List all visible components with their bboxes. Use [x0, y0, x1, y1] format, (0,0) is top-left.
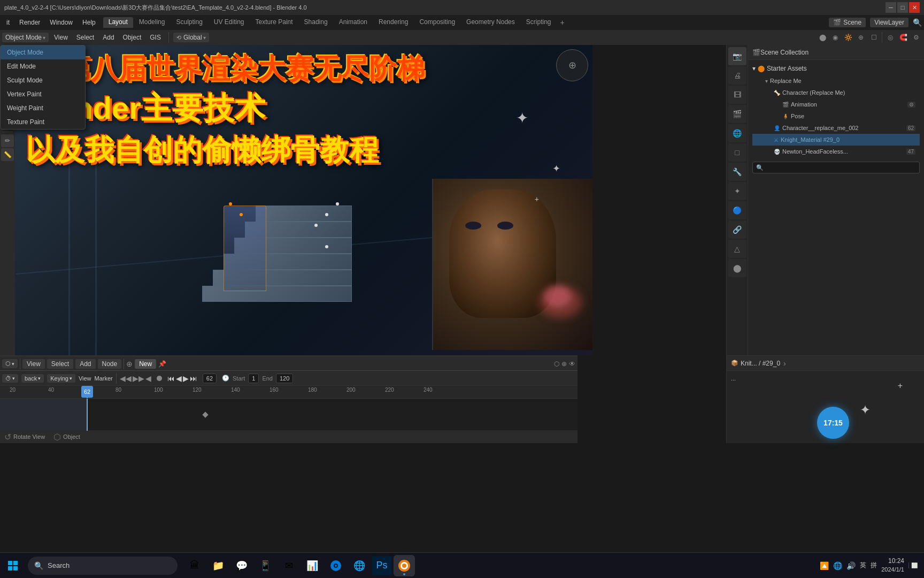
viewport-shading-rendered[interactable]: 🔆: [842, 32, 854, 43]
viewport-shading-solid[interactable]: ⬤: [817, 32, 828, 43]
tray-up-arrow[interactable]: 🔼: [820, 561, 829, 570]
prop-data[interactable]: △: [728, 240, 746, 258]
add-tab-button[interactable]: +: [557, 17, 567, 28]
menu-help[interactable]: Help: [78, 18, 100, 27]
mode-option-vertex-paint[interactable]: Vertex Paint: [1, 87, 85, 101]
mode-option-sculpt[interactable]: Sculpt Mode: [1, 73, 85, 87]
tab-layout[interactable]: Layout: [103, 17, 133, 28]
tree-item-newton[interactable]: 💀 Newton_HeadFaceless... 47: [752, 146, 920, 157]
toolbar-gis[interactable]: GIS: [147, 33, 164, 42]
start-frame-input[interactable]: 1: [248, 374, 259, 383]
system-clock[interactable]: 10:24 2024/1/1: [881, 557, 904, 574]
tray-show-desktop[interactable]: ⬜: [908, 562, 918, 568]
breadcrumb-arrow[interactable]: ›: [783, 359, 786, 368]
nav-prev-key-icon[interactable]: ◀: [145, 374, 151, 383]
scene-selector[interactable]: 🎬 Scene: [829, 18, 866, 27]
tool-annotate[interactable]: ✏: [1, 134, 14, 147]
taskbar-ps[interactable]: Ps: [372, 556, 391, 575]
timeline-view-menu[interactable]: View: [79, 375, 91, 382]
prop-object[interactable]: □: [728, 143, 746, 162]
tray-lang-zh[interactable]: 拼: [871, 561, 877, 570]
prop-render[interactable]: 📷: [728, 47, 746, 65]
timeline-marker-menu[interactable]: Marker: [95, 375, 113, 382]
play-back-icon[interactable]: ◀: [176, 374, 182, 383]
tree-item-character[interactable]: 🦴 Character (Replace Me): [752, 87, 920, 98]
current-frame-display[interactable]: 62: [203, 374, 217, 383]
tab-rendering[interactable]: Rendering: [373, 17, 413, 28]
menu-it[interactable]: it: [2, 18, 14, 27]
toolbar-add[interactable]: Add: [99, 33, 117, 42]
snap-options[interactable]: ⚙: [910, 32, 922, 43]
prop-modifier[interactable]: 🔧: [728, 163, 746, 181]
taskbar-explorer[interactable]: 🏛: [184, 555, 205, 576]
toolbar-view[interactable]: View: [51, 33, 71, 42]
tab-texture-paint[interactable]: Texture Paint: [250, 17, 298, 28]
taskbar-finance[interactable]: 📊: [302, 555, 323, 576]
mode-option-weight-paint[interactable]: Weight Paint: [1, 101, 85, 115]
viewport-navigation-gizmo[interactable]: ⊕: [556, 49, 588, 81]
prop-constraints[interactable]: 🔗: [728, 220, 746, 239]
tab-geometry-nodes[interactable]: Geometry Nodes: [461, 17, 520, 28]
tray-lang-en[interactable]: 英: [860, 561, 866, 570]
prop-particles[interactable]: ✦: [728, 182, 746, 200]
prop-view-layer[interactable]: 🎞: [728, 86, 746, 104]
tool-measure[interactable]: 📏: [1, 148, 14, 161]
ne-pin-icon[interactable]: 📌: [158, 360, 166, 368]
viewport-shading-material[interactable]: ◉: [829, 32, 841, 43]
ne-add-icon[interactable]: ⊕: [126, 360, 133, 368]
search-icon-top[interactable]: 🔍: [913, 18, 922, 27]
ne-overlay-icon[interactable]: ⊕: [561, 360, 567, 368]
tree-item-character-002[interactable]: 👤 Character__replace_me_002 62: [752, 122, 920, 134]
prop-output[interactable]: 🖨: [728, 66, 746, 85]
jump-start-icon[interactable]: ⏮: [167, 374, 175, 383]
ne-view-btn[interactable]: View: [22, 359, 45, 369]
prop-material[interactable]: ⬤: [728, 259, 746, 277]
mode-option-texture-paint[interactable]: Texture Paint: [1, 115, 85, 129]
close-button[interactable]: ✕: [909, 2, 920, 13]
menu-render[interactable]: Render: [15, 18, 44, 27]
maximize-button[interactable]: □: [897, 2, 908, 13]
tab-animation[interactable]: Animation: [334, 17, 373, 28]
taskbar-chat[interactable]: 💬: [231, 555, 252, 576]
prop-physics[interactable]: 🔵: [728, 201, 746, 219]
starter-assets-header[interactable]: ▾ ⬤ Starter Assets: [752, 62, 920, 75]
menu-window[interactable]: Window: [45, 18, 77, 27]
ne-view-icon[interactable]: 👁: [569, 360, 575, 368]
prop-world[interactable]: 🌐: [728, 124, 746, 142]
tree-item-knight-material[interactable]: ⚔ Knight_Material #29_0: [752, 134, 920, 146]
taskbar-files[interactable]: 📁: [207, 555, 229, 576]
ne-select-btn[interactable]: Select: [47, 359, 73, 369]
viewport-overlay-toggle[interactable]: ⊕: [855, 32, 867, 43]
viewport-area[interactable]: 第八届世界渲染大赛无尽阶梯 Blender主要技术 以及我自创的偷懒绑骨教程 ⊕…: [15, 45, 592, 355]
taskbar-blender[interactable]: [394, 555, 415, 576]
tab-compositing[interactable]: Compositing: [414, 17, 460, 28]
tree-item-replace-me[interactable]: ▾ Replace Me: [752, 75, 920, 87]
ne-node-btn[interactable]: Node: [98, 359, 122, 369]
transform-dropdown[interactable]: ⟲ Global ▾: [173, 33, 209, 42]
tree-item-animation[interactable]: 🎬 Animation ⚙: [752, 98, 920, 110]
proportional-editing[interactable]: ◎: [884, 32, 896, 43]
nav-next-icon[interactable]: ▶▶: [133, 374, 144, 383]
taskbar-music[interactable]: [325, 555, 346, 576]
start-button[interactable]: [0, 553, 26, 579]
mode-option-edit[interactable]: Edit Mode: [1, 59, 85, 73]
play-icon[interactable]: ▶: [183, 374, 189, 383]
minimize-button[interactable]: ─: [886, 2, 896, 13]
toolbar-select[interactable]: Select: [73, 33, 97, 42]
taskbar-search-bar[interactable]: 🔍 Search: [28, 557, 178, 575]
taskbar-phone[interactable]: 📱: [255, 555, 276, 576]
tab-sculpting[interactable]: Sculpting: [171, 17, 207, 28]
tab-modeling[interactable]: Modeling: [134, 17, 171, 28]
tab-uv-editing[interactable]: UV Editing: [209, 17, 250, 28]
nav-prev-icon[interactable]: ◀◀: [120, 374, 132, 383]
viewlayer-selector[interactable]: ViewLayer: [870, 18, 908, 27]
end-frame-input[interactable]: 120: [276, 374, 293, 383]
prop-scene[interactable]: 🎬: [728, 105, 746, 123]
ne-add-btn[interactable]: Add: [75, 359, 95, 369]
taskbar-edge[interactable]: 🌐: [349, 555, 370, 576]
tab-shading[interactable]: Shading: [299, 17, 333, 28]
snap-toggle[interactable]: 🧲: [897, 32, 909, 43]
mode-dropdown-button[interactable]: Object Mode ▾: [2, 33, 49, 42]
mode-option-object[interactable]: Object Mode: [1, 45, 85, 59]
editor-type-button[interactable]: ⬡ ▾: [2, 359, 18, 368]
